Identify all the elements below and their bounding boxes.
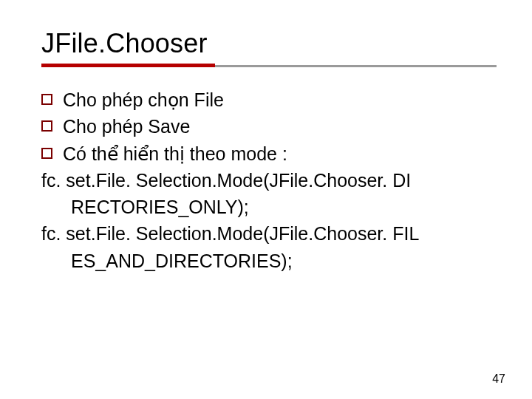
code-line: RECTORIES_ONLY); <box>41 194 497 220</box>
content-block: Cho phép chọn File Cho phép Save Có thể … <box>41 86 497 274</box>
list-item: Cho phép chọn File <box>41 86 497 113</box>
list-item: Cho phép Save <box>41 113 497 140</box>
checkbox-icon <box>41 148 52 159</box>
page-title: JFile.Chooser <box>41 28 497 59</box>
bullet-text: Cho phép Save <box>63 113 497 140</box>
title-rule <box>41 64 497 67</box>
code-line: ES_AND_DIRECTORIES); <box>41 248 497 274</box>
slide: JFile.Chooser Cho phép chọn File Cho phé… <box>0 0 532 399</box>
list-item: Có thể hiển thị theo mode : <box>41 140 497 167</box>
checkbox-icon <box>41 94 52 105</box>
bullet-text: Cho phép chọn File <box>63 86 497 113</box>
checkbox-icon <box>41 120 52 132</box>
rule-accent <box>41 64 215 67</box>
code-line: fc. set.File. Selection.Mode(JFile.Choos… <box>41 167 497 194</box>
page-number: 47 <box>492 372 505 386</box>
code-line: fc. set.File. Selection.Mode(JFile.Choos… <box>41 220 497 247</box>
rule-gray <box>215 65 497 67</box>
bullet-text: Có thể hiển thị theo mode : <box>63 140 497 167</box>
